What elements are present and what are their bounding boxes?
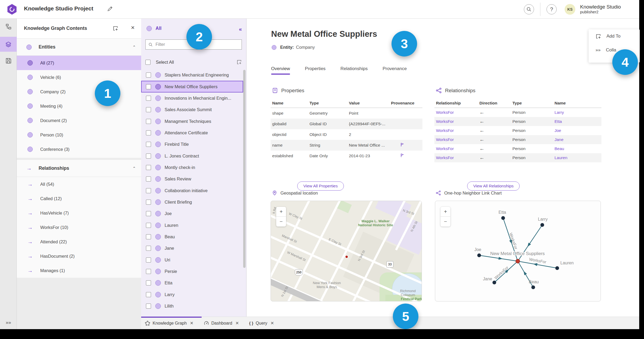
item-checkbox[interactable] [146, 200, 151, 205]
list-item[interactable]: Collaboration initiative [141, 185, 243, 196]
expand-rail-icon[interactable]: »» [0, 315, 17, 330]
add-to-icon[interactable] [237, 59, 242, 65]
close-tab-icon[interactable]: ✕ [271, 321, 274, 326]
item-checkbox[interactable] [146, 72, 151, 78]
action-add-to[interactable]: Add To [589, 29, 640, 43]
zoom-out-button[interactable]: − [276, 217, 286, 227]
save-icon[interactable] [0, 53, 17, 68]
item-checkbox[interactable] [146, 269, 151, 274]
tab-relationships[interactable]: Relationships [340, 66, 368, 75]
zoom-in-button[interactable]: + [441, 207, 450, 217]
sidebar-item-entity-type[interactable]: Company (2) [17, 84, 141, 99]
cell-name[interactable]: Jane [553, 135, 601, 144]
tab-properties[interactable]: Properties [305, 66, 325, 75]
relationships-section-header[interactable]: → Relationships ⌃ [17, 160, 141, 177]
item-checkbox[interactable] [146, 96, 151, 101]
edit-title-icon[interactable] [107, 6, 113, 12]
view-all-properties-button[interactable]: View All Properties [297, 181, 344, 191]
cell-relationship[interactable]: WorksFor [434, 144, 478, 153]
list-item[interactable]: Larry [141, 289, 243, 300]
list-item[interactable]: L. Jones Contract [141, 150, 243, 162]
item-checkbox[interactable] [146, 257, 151, 263]
cell-name[interactable]: Lauren [553, 153, 601, 162]
list-item[interactable]: Managment Techniques [141, 115, 243, 127]
list-item[interactable]: Sales Review [141, 173, 243, 185]
layers-icon[interactable] [0, 37, 17, 52]
cell-relationship[interactable]: WorksFor [434, 108, 478, 117]
list-item[interactable]: Staplers Mechanical Engineering [141, 69, 243, 81]
provenance-flag-icon[interactable] [400, 153, 405, 158]
sidebar-item-relationship-type[interactable]: →All (54) [17, 177, 141, 191]
add-to-icon[interactable] [113, 26, 118, 31]
cell-relationship[interactable]: WorksFor [434, 153, 478, 162]
list-item[interactable]: Etta [141, 277, 243, 289]
item-checkbox[interactable] [146, 165, 151, 170]
list-item[interactable]: Persie [141, 266, 243, 277]
zoom-out-button[interactable]: − [441, 217, 450, 227]
list-item[interactable]: Innovations in Mechanical Engin... [141, 92, 243, 104]
list-item[interactable]: New Metal Office Suppliers [141, 81, 243, 92]
item-checkbox[interactable] [146, 130, 151, 135]
sidebar-item-relationship-type[interactable]: →Called (12) [17, 191, 141, 206]
search-button[interactable] [524, 4, 534, 14]
list-item[interactable]: Client Briefing [141, 196, 243, 208]
item-checkbox[interactable] [146, 154, 151, 159]
cell-relationship[interactable]: WorksFor [434, 126, 478, 135]
link-chart[interactable]: WorksForWorksForWorksForNew Metal Office… [435, 201, 601, 301]
list-item[interactable]: Montly check-in [141, 162, 243, 173]
sidebar-item-entity-type[interactable]: Vehicle (6) [17, 70, 141, 84]
item-checkbox[interactable] [146, 280, 151, 285]
entities-section-header[interactable]: Entities ⌃ [17, 39, 141, 56]
item-checkbox[interactable] [146, 246, 151, 251]
sidebar-item-relationship-type[interactable]: →WorksFor (10) [17, 220, 141, 235]
cell-name[interactable]: Etta [553, 117, 601, 126]
list-item[interactable]: Jane [141, 243, 243, 254]
list-item[interactable]: Beau [141, 231, 243, 243]
sidebar-item-entity-type[interactable]: Meeting (4) [17, 99, 141, 113]
sidebar-item-entity-type[interactable]: Conference (3) [17, 142, 141, 156]
item-checkbox[interactable] [146, 142, 151, 147]
zoom-in-button[interactable]: + [276, 207, 286, 217]
sidebar-item-relationship-type[interactable]: →HasDocument (2) [17, 249, 141, 263]
sidebar-item-entity-type[interactable]: All (27) [17, 56, 141, 70]
item-checkbox[interactable] [146, 119, 151, 124]
provenance-flag-icon[interactable] [400, 142, 405, 147]
tab-provenance[interactable]: Provenance [382, 66, 407, 75]
close-tab-icon[interactable]: ✕ [235, 321, 239, 326]
list-item[interactable]: Uri [141, 254, 243, 266]
cell-relationship[interactable]: WorksFor [434, 117, 478, 126]
avatar[interactable]: KS [565, 4, 575, 15]
scrollbar-thumb[interactable] [243, 70, 246, 268]
list-item[interactable]: Firebird Title [141, 139, 243, 150]
item-checkbox[interactable] [146, 188, 151, 193]
view-all-relationships-button[interactable]: View All Relationships [467, 181, 520, 191]
list-item[interactable]: Sales Associate Summit [141, 104, 243, 115]
sidebar-item-relationship-type[interactable]: →Attended (22) [17, 235, 141, 249]
item-checkbox[interactable] [146, 223, 151, 228]
item-checkbox[interactable] [146, 234, 151, 239]
sidebar-item-relationship-type[interactable]: →HasVehicle (7) [17, 206, 141, 220]
list-item[interactable]: Joe [141, 208, 243, 219]
item-checkbox[interactable] [146, 176, 151, 181]
cell-name[interactable]: Larry [553, 108, 601, 117]
cell-relationship[interactable]: WorksFor [434, 135, 478, 144]
hierarchy-icon[interactable] [0, 19, 17, 34]
list-item[interactable]: Attendance Certificate [141, 127, 243, 139]
sidebar-item-relationship-type[interactable]: →Manages (1) [17, 263, 141, 278]
item-checkbox[interactable] [146, 84, 151, 89]
close-panel-icon[interactable]: ✕ [131, 25, 135, 31]
sidebar-item-entity-type[interactable]: Document (2) [17, 113, 141, 128]
sidebar-item-entity-type[interactable]: Person (10) [17, 128, 141, 142]
close-tab-icon[interactable]: ✕ [190, 321, 193, 326]
list-item[interactable]: Lauren [141, 219, 243, 231]
item-checkbox[interactable] [146, 304, 151, 309]
select-all-checkbox[interactable] [145, 60, 150, 65]
help-button[interactable]: ? [547, 4, 557, 14]
cell-name[interactable]: Joe [553, 126, 601, 135]
view-tab-query[interactable]: { }Query✕ [249, 321, 274, 326]
view-tab-dashboard[interactable]: Dashboard✕ [204, 321, 239, 326]
item-checkbox[interactable] [146, 211, 151, 216]
collapse-panel-icon[interactable]: « [239, 26, 242, 32]
cell-name[interactable]: Beau [553, 144, 601, 153]
tab-overview[interactable]: Overview [271, 66, 290, 75]
